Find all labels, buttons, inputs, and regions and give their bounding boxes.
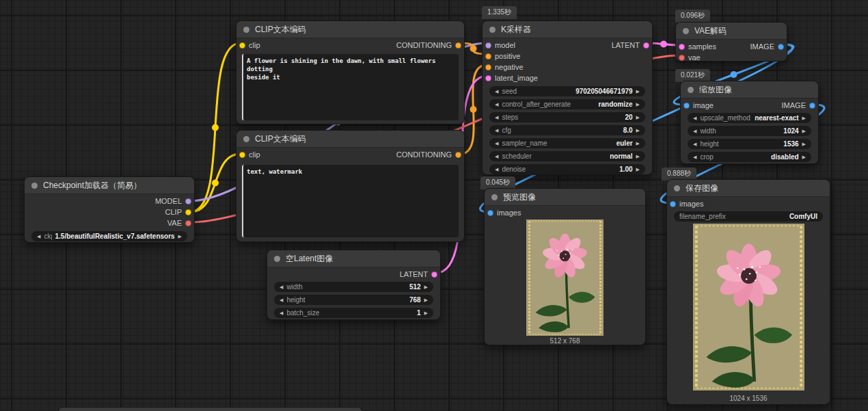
filename-prefix-widget[interactable]: filename_prefix ComfyUI [674,211,823,222]
input-port-latent-image[interactable] [485,75,491,81]
decrement-arrow-icon[interactable]: ◀ [693,142,696,146]
saved-flower-image[interactable] [693,224,804,390]
ckpt-name-widget[interactable]: ◀ ckp ... 1.5/beautifulRealistic_v7.safe… [31,231,187,241]
output-port-clip[interactable] [185,209,191,215]
node-title-bar[interactable]: Checkpoint加载器（简易） [25,177,194,194]
node-save-image[interactable]: 保存图像 images filename_prefix ComfyUI [666,179,830,405]
node-ksampler[interactable]: K采样器 model LATENT positive negative late… [482,21,653,175]
height-widget[interactable]: ◀ height 768 ▶ [274,295,433,305]
output-port-conditioning[interactable] [455,152,461,158]
node-title-bar[interactable]: CLIP文本编码 [236,131,464,148]
node-title-bar[interactable]: CLIP文本编码 [236,21,464,38]
input-port-negative[interactable] [485,64,491,70]
collapse-dot-icon[interactable] [489,27,496,33]
node-title-bar[interactable]: 缩放图像 [681,81,818,98]
offscreen-node-top-edge[interactable] [58,407,362,411]
batch-size-widget[interactable]: ◀ batch_size 1 ▶ [274,308,433,318]
denoise-widget[interactable]: ◀ denoise 1.00 ▶ [489,164,645,174]
collapse-dot-icon[interactable] [243,136,249,142]
increment-arrow-icon[interactable]: ▶ [636,141,640,146]
input-port-clip[interactable] [239,152,245,158]
increment-arrow-icon[interactable]: ▶ [802,155,806,159]
positive-prompt-textarea[interactable]: A flower is shining in the dawn, with sm… [242,54,459,120]
input-port-clip[interactable] [239,42,245,49]
increment-arrow-icon[interactable]: ▶ [802,129,806,133]
increment-arrow-icon[interactable]: ▶ [636,167,640,172]
width-widget[interactable]: ◀ width 1024 ▶ [688,126,811,136]
node-empty-latent[interactable]: 空Latent图像 LATENT ◀ width 512 ▶ ◀ height … [267,250,441,320]
decrement-arrow-icon[interactable]: ◀ [693,155,696,159]
input-port-images[interactable] [487,210,493,216]
output-port-vae[interactable] [185,220,191,226]
negative-prompt-textarea[interactable]: text, watermark [242,165,459,237]
decrement-arrow-icon[interactable]: ◀ [280,297,283,302]
decrement-arrow-icon[interactable]: ◀ [495,89,498,94]
collapse-dot-icon[interactable] [491,194,498,200]
input-port-model[interactable] [485,42,491,49]
upscale-method-widget[interactable]: ◀ upscale_method nearest-exact ▶ [688,113,811,123]
collapse-dot-icon[interactable] [674,185,680,191]
steps-widget[interactable]: ◀ steps 20 ▶ [489,112,645,122]
node-preview-image[interactable]: 预览图像 images [484,188,646,345]
input-port-vae[interactable] [679,55,685,61]
collapse-dot-icon[interactable] [31,183,38,189]
decrement-arrow-icon[interactable]: ◀ [495,115,498,120]
decrement-arrow-icon[interactable]: ◀ [280,284,283,289]
node-title-bar[interactable]: 预览图像 [485,189,645,206]
decrement-arrow-icon[interactable]: ◀ [495,102,498,107]
node-checkpoint-loader[interactable]: Checkpoint加载器（简易） MODEL CLIP VAE ◀ ck [24,176,195,243]
collapse-dot-icon[interactable] [243,27,249,33]
width-widget[interactable]: ◀ width 512 ▶ [274,282,433,292]
output-label-conditioning: CONDITIONING [396,150,452,159]
increment-arrow-icon[interactable]: ▶ [636,154,640,159]
collapse-dot-icon[interactable] [274,256,280,262]
increment-arrow-icon[interactable]: ▶ [636,115,640,120]
increment-arrow-icon[interactable]: ▶ [802,142,806,146]
increment-arrow-icon[interactable]: ▶ [424,310,428,315]
node-upscale-image[interactable]: 缩放图像 image IMAGE ◀ upscale_method neares… [680,81,819,164]
decrement-arrow-icon[interactable]: ◀ [693,116,696,120]
node-title-bar[interactable]: VAE解码 [676,23,787,40]
collapse-dot-icon[interactable] [688,87,694,93]
node-clip-encode-negative[interactable]: CLIP文本编码 clip CONDITIONING text, waterma… [236,130,465,242]
decrement-arrow-icon[interactable]: ◀ [495,154,498,159]
decrement-arrow-icon[interactable]: ◀ [495,128,498,133]
decrement-arrow-icon[interactable]: ◀ [495,141,498,146]
comfyui-node-graph-canvas[interactable]: Checkpoint加载器（简易） MODEL CLIP VAE ◀ ck [0,0,868,411]
decrement-arrow-icon[interactable]: ◀ [495,167,498,172]
control-after-generate-widget[interactable]: ◀ control_after_generate randomize ▶ [489,99,645,109]
collapse-dot-icon[interactable] [683,28,689,34]
seed-widget[interactable]: ◀ seed 970205046671979 ▶ [489,86,645,96]
output-port-model[interactable] [185,198,191,204]
decrement-arrow-icon[interactable]: ◀ [37,234,40,239]
input-port-positive[interactable] [485,53,491,59]
crop-widget[interactable]: ◀ crop disabled ▶ [688,152,811,162]
input-port-image[interactable] [683,103,690,109]
increment-arrow-icon[interactable]: ▶ [636,128,640,133]
increment-arrow-icon[interactable]: ▶ [802,116,806,120]
increment-arrow-icon[interactable]: ▶ [636,89,640,94]
output-port-image[interactable] [809,103,815,109]
decrement-arrow-icon[interactable]: ◀ [280,310,283,315]
decrement-arrow-icon[interactable]: ◀ [693,129,696,133]
node-vae-decode[interactable]: VAE解码 samples IMAGE vae [675,22,787,62]
cfg-widget[interactable]: ◀ cfg 8.0 ▶ [489,125,645,135]
increment-arrow-icon[interactable]: ▶ [424,284,428,289]
output-port-conditioning[interactable] [455,42,461,49]
sampler-name-widget[interactable]: ◀ sampler_name euler ▶ [489,138,645,148]
increment-arrow-icon[interactable]: ▶ [178,234,182,239]
node-title-bar[interactable]: K采样器 [483,21,652,38]
input-port-images[interactable] [670,201,676,207]
scheduler-widget[interactable]: ◀ scheduler normal ▶ [489,151,645,161]
preview-flower-image[interactable] [526,220,603,336]
input-port-samples[interactable] [679,44,685,50]
increment-arrow-icon[interactable]: ▶ [424,297,428,302]
output-port-latent[interactable] [643,42,649,49]
height-widget[interactable]: ◀ height 1536 ▶ [688,139,811,149]
node-title-bar[interactable]: 保存图像 [667,180,830,197]
output-port-latent[interactable] [431,271,437,278]
node-title-bar[interactable]: 空Latent图像 [267,250,440,267]
increment-arrow-icon[interactable]: ▶ [636,102,640,107]
output-port-image[interactable] [778,44,784,50]
node-clip-encode-positive[interactable]: CLIP文本编码 clip CONDITIONING A flower is s… [236,21,465,124]
